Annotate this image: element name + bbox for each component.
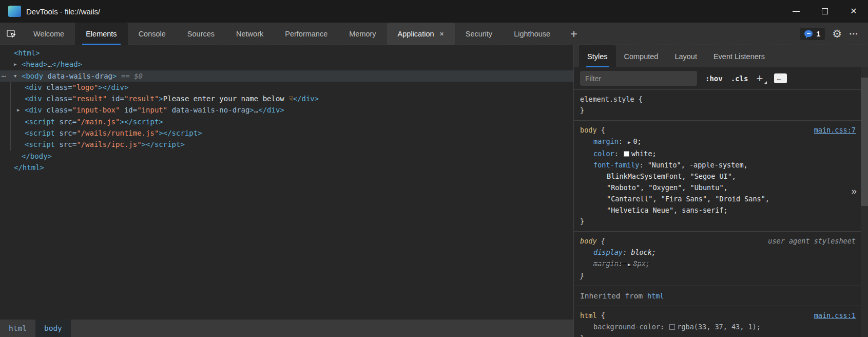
property-name[interactable]: margin <box>593 259 619 268</box>
dom-tree-row[interactable]: <script src="/wails/runtime.js"></script… <box>0 127 573 139</box>
dom-tree-row[interactable]: </body> <box>0 151 573 162</box>
more-tools-button[interactable]: + <box>561 27 587 41</box>
css-property[interactable]: background-color: rgba(33, 37, 43, 1); <box>580 321 861 332</box>
styles-scrollbar[interactable] <box>861 67 868 337</box>
tab-console[interactable]: Console <box>128 23 177 45</box>
breadcrumb-item-html[interactable]: html <box>0 320 35 337</box>
color-swatch[interactable] <box>624 151 629 157</box>
dom-tree-row[interactable]: ⋯▼<body data-wails-drag> == $0 <box>0 70 573 82</box>
minimize-button[interactable] <box>782 0 811 23</box>
stylesheet-link[interactable]: main.css:1 <box>814 310 856 321</box>
tab-label: Sources <box>187 30 215 38</box>
inspect-cursor-icon <box>6 28 17 40</box>
dom-tree-row[interactable]: <script src="/main.js"></script> <box>0 116 573 127</box>
tab-label: Welcome <box>33 30 64 38</box>
css-property[interactable]: display: block; <box>580 247 861 258</box>
property-value[interactable]: 0; <box>633 137 641 145</box>
rule-selector[interactable]: element.style <box>580 95 634 103</box>
dom-tree-row[interactable]: ▶<div class="input-box" id="input" data-… <box>0 104 573 116</box>
property-name[interactable]: display <box>593 248 623 256</box>
token-tag: <script <box>25 140 55 148</box>
stylesheet-link[interactable]: main.css:7 <box>814 124 856 136</box>
settings-button[interactable]: ⚙ <box>832 28 842 39</box>
close-icon: ✕ <box>850 7 857 15</box>
sidebar-tab-layout[interactable]: Layout <box>666 45 705 67</box>
rule-selector[interactable]: body <box>580 126 597 134</box>
inherited-target-link[interactable]: html <box>647 292 664 300</box>
maximize-icon <box>822 8 828 14</box>
tab-security[interactable]: Security <box>455 23 503 45</box>
dom-tree-row[interactable]: <div class="result" id="result">Please e… <box>0 93 573 104</box>
token-punc: = <box>68 83 72 91</box>
property-value[interactable]: "Nunito", -apple-system, <box>648 161 748 169</box>
inspect-element-button[interactable] <box>0 23 23 45</box>
expand-value-icon[interactable]: ▶ <box>628 262 630 267</box>
dom-tree-row[interactable]: ▶<head>…</head> <box>0 59 573 70</box>
token-tag: <html> <box>14 49 40 57</box>
token-punc: = <box>72 118 76 126</box>
dom-tree-row[interactable]: <div class="logo"></div> <box>0 82 573 93</box>
new-style-rule-button[interactable]: + <box>756 72 766 85</box>
css-property[interactable]: margin: ▶8px; <box>580 258 861 270</box>
devtools-toolbar: WelcomeElementsConsoleSourcesNetworkPerf… <box>0 23 868 45</box>
expanded-arrow-icon[interactable]: ▼ <box>14 70 16 82</box>
property-name[interactable]: font-family <box>593 161 639 169</box>
rule-selector[interactable]: body <box>580 237 597 245</box>
expand-value-icon[interactable]: ▶ <box>628 140 630 145</box>
token-tag: > <box>120 118 124 126</box>
collapsed-arrow-icon[interactable]: ▶ <box>14 59 16 70</box>
more-sidebar-tabs-button[interactable]: » <box>851 45 857 337</box>
css-rule: body {user agent stylesheetdisplay: bloc… <box>574 232 861 286</box>
user-agent-note: user agent stylesheet <box>768 235 856 247</box>
color-swatch[interactable] <box>669 324 675 330</box>
token-tag: <body <box>22 72 43 80</box>
tab-label: Security <box>466 30 492 38</box>
toggle-classes-button[interactable]: .cls <box>731 74 748 83</box>
tab-elements[interactable]: Elements <box>75 23 127 45</box>
property-name[interactable]: margin <box>593 137 619 145</box>
close-button[interactable]: ✕ <box>839 0 868 23</box>
tab-memory[interactable]: Memory <box>338 23 387 45</box>
css-property[interactable]: margin: ▶0; <box>580 136 861 148</box>
close-tab-icon[interactable]: × <box>440 30 444 38</box>
customize-devtools-button[interactable]: ⋯ <box>849 28 859 39</box>
rule-selector[interactable]: html <box>580 311 597 320</box>
collapsed-arrow-icon[interactable]: ▶ <box>17 104 20 116</box>
property-value[interactable]: white; <box>631 149 657 158</box>
token-tag: </script> <box>124 118 163 126</box>
sidebar-tab-event-listeners[interactable]: Event Listeners <box>705 45 773 67</box>
toggle-element-state-button[interactable]: :hov <box>705 74 723 83</box>
tab-lighthouse[interactable]: Lighthouse <box>503 23 561 45</box>
property-name[interactable]: color <box>593 149 614 158</box>
property-value[interactable]: 8px; <box>633 259 650 268</box>
computed-pane-toggle-button[interactable]: ← <box>774 73 787 83</box>
token-tag: </div> <box>293 95 319 103</box>
breadcrumb-item-body[interactable]: body <box>35 320 71 337</box>
css-property[interactable]: color: white; <box>580 148 861 159</box>
tab-application[interactable]: Application× <box>387 23 455 45</box>
token-attr: data-wails-drag <box>43 72 112 80</box>
sidebar-tab-computed[interactable]: Computed <box>616 45 667 67</box>
scrollbar-thumb[interactable] <box>861 78 868 206</box>
tab-performance[interactable]: Performance <box>274 23 338 45</box>
property-name[interactable]: background-color <box>593 323 660 331</box>
token-tag: </html> <box>14 163 44 172</box>
sidebar-tabs: StylesComputedLayoutEvent Listeners <box>574 45 868 67</box>
tab-label: Network <box>236 30 263 38</box>
tab-network[interactable]: Network <box>225 23 274 45</box>
issues-counter[interactable]: 1 <box>800 28 825 40</box>
maximize-button[interactable] <box>811 0 839 23</box>
node-menu-icon[interactable]: ⋯ <box>2 70 6 82</box>
token-punc: = <box>133 106 137 114</box>
property-value[interactable]: rgba(33, 37, 43, 1); <box>677 323 761 331</box>
dom-tree-row[interactable]: <html> <box>0 47 573 59</box>
tab-sources[interactable]: Sources <box>177 23 225 45</box>
tab-welcome[interactable]: Welcome <box>23 23 75 45</box>
dom-tree-row[interactable]: <script src="/wails/ipc.js"></script> <box>0 139 573 150</box>
dom-tree-row[interactable]: </html> <box>0 162 573 173</box>
token-val: "/main.js" <box>76 118 120 126</box>
styles-filter-input[interactable] <box>580 71 697 86</box>
property-value[interactable]: block; <box>631 248 656 256</box>
sidebar-tab-styles[interactable]: Styles <box>579 45 616 67</box>
css-property[interactable]: font-family: "Nunito", -apple-system, <box>580 159 861 171</box>
